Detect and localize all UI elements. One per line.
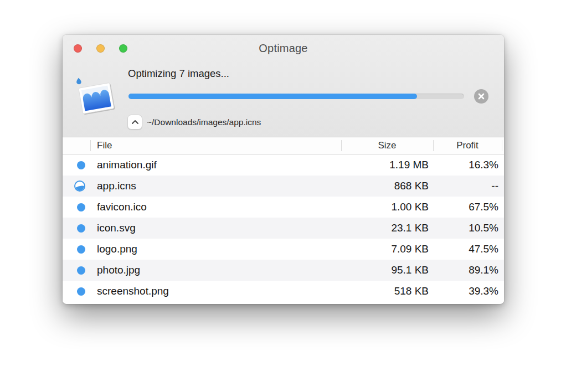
table-row[interactable]: app.icns 868 KB -- [63,176,504,197]
column-header-size[interactable]: Size [341,137,433,154]
table-row[interactable]: icon.svg 23.1 KB 10.5% [63,218,504,239]
status-done-icon [77,287,85,296]
window-title: Optimage [63,42,504,55]
file-name: app.icns [90,180,341,192]
cancel-button[interactable] [474,89,488,104]
titlebar[interactable]: Optimage [63,35,504,61]
file-name: photo.jpg [90,264,341,276]
window-chrome: Optimage Optimizing 7 images... [63,35,504,137]
file-name: logo.png [90,243,341,255]
status-done-icon [77,224,85,233]
status-processing-icon [74,180,85,192]
status-done-icon [77,245,85,254]
file-table: File Size Profit animation.gif 1.19 MB 1… [63,137,504,302]
file-size: 1.19 MB [341,159,433,171]
table-row[interactable]: animation.gif 1.19 MB 16.3% [63,154,504,176]
droplet-icon [76,78,81,85]
status-text: Optimizing 7 images... [128,68,229,80]
status-cell [63,180,90,192]
table-row[interactable]: screenshot.png 518 KB 39.3% [63,281,504,302]
file-profit: 89.1% [433,264,502,276]
progress-bar [128,94,464,99]
file-size: 1.00 KB [341,201,433,213]
optimage-window: Optimage Optimizing 7 images... [63,35,504,304]
current-file-path: ~/Downloads/images/app.icns [147,117,261,127]
optimage-app-icon [68,70,120,122]
status-cell [63,287,90,296]
status-done-icon [77,161,85,169]
file-profit: -- [433,180,502,192]
file-name: favicon.ico [90,201,341,213]
file-size: 23.1 KB [341,222,433,234]
table-row[interactable]: photo.jpg 95.1 KB 89.1% [63,260,504,281]
status-cell [63,224,90,233]
chevron-up-icon [131,120,139,125]
close-button[interactable] [74,44,82,53]
file-profit: 67.5% [433,201,502,213]
file-size: 868 KB [341,180,433,192]
window-controls [74,35,127,61]
toggle-details-button[interactable] [127,115,142,130]
column-header-profit[interactable]: Profit [433,137,502,154]
table-header: File Size Profit [63,137,504,154]
column-header-file[interactable]: File [90,137,341,154]
progress-bar-fill [128,94,417,99]
status-done-icon [77,203,85,212]
zoom-button[interactable] [119,44,127,53]
status-cell [63,245,90,254]
table-row[interactable]: logo.png 7.09 KB 47.5% [63,239,504,260]
file-size: 518 KB [341,285,433,297]
status-done-icon [77,266,85,275]
file-size: 7.09 KB [341,243,433,255]
file-profit: 47.5% [433,243,502,255]
status-cell [63,203,90,212]
table-row[interactable]: favicon.ico 1.00 KB 67.5% [63,197,504,218]
file-profit: 16.3% [433,159,502,171]
file-profit: 10.5% [433,222,502,234]
file-name: animation.gif [90,159,341,171]
status-cell [63,161,90,169]
file-name: icon.svg [90,222,341,234]
minimize-button[interactable] [96,44,105,53]
file-size: 95.1 KB [341,264,433,276]
status-cell [63,266,90,275]
table-body: animation.gif 1.19 MB 16.3% app.icns 868… [63,154,504,302]
file-name: screenshot.png [90,285,341,297]
file-profit: 39.3% [433,285,502,297]
x-icon [477,92,485,100]
